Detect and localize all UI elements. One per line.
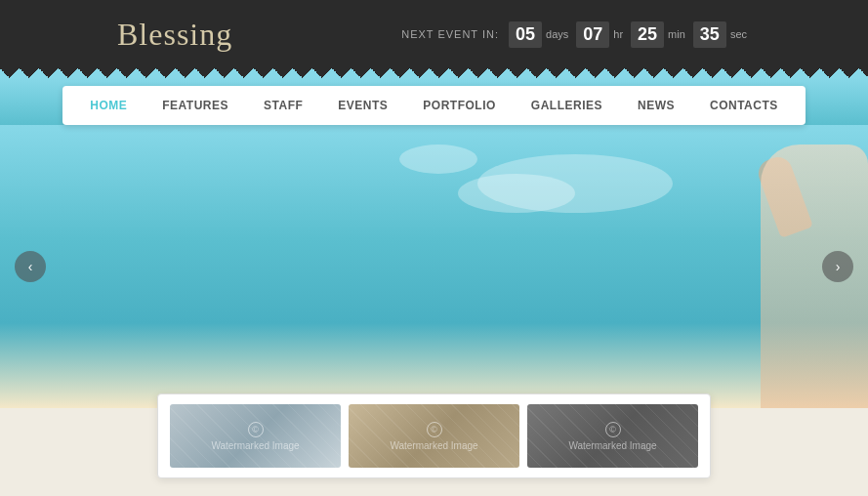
countdown-sec-unit: sec (730, 28, 747, 40)
header: Blessing NEXT EVENT IN: 05 days 07 hr 25… (0, 0, 868, 68)
countdown-days-unit: days (546, 28, 568, 40)
nav-item-galleries[interactable]: GALLERIES (514, 86, 620, 125)
nav-item-staff[interactable]: STAFF (246, 86, 320, 125)
watermark-circle-1: © (248, 422, 264, 437)
thumbnail-1[interactable]: © Watermarked Image (170, 404, 341, 468)
chevron-right-icon: › (836, 259, 841, 274)
countdown-sec-num: 35 (693, 21, 726, 48)
hero-slider: ‹ › (0, 125, 868, 408)
nav-item-contacts[interactable]: CONTACTS (692, 86, 796, 125)
thumbnails-container: © Watermarked Image © Watermarked Image … (157, 393, 711, 478)
cloud-3 (399, 145, 477, 174)
thumbnails-section: © Watermarked Image © Watermarked Image … (0, 408, 868, 496)
countdown-hr-num: 07 (576, 21, 609, 48)
cloud-2 (458, 174, 575, 213)
watermark-circle-2: © (427, 422, 442, 437)
nav-item-portfolio[interactable]: PORTFOLIO (405, 86, 514, 125)
nav-bar: HOME FEATURES STAFF EVENTS PORTFOLIO GAL… (62, 86, 806, 125)
watermark-circle-3: © (605, 422, 621, 437)
countdown-hr-unit: hr (613, 28, 623, 40)
site-title[interactable]: Blessing (117, 17, 232, 53)
countdown-label: NEXT EVENT IN: (401, 28, 499, 40)
nav-item-news[interactable]: NEWS (620, 86, 692, 125)
countdown-min-num: 25 (631, 21, 664, 48)
countdown-min-unit: min (668, 28, 685, 40)
nav-item-events[interactable]: EVENTS (320, 86, 405, 125)
countdown-days-num: 05 (509, 21, 542, 48)
nav-item-home[interactable]: HOME (72, 86, 145, 125)
nav-wrapper: HOME FEATURES STAFF EVENTS PORTFOLIO GAL… (0, 78, 868, 125)
thumbnail-2[interactable]: © Watermarked Image (349, 404, 519, 468)
watermark-2: © Watermarked Image (390, 422, 477, 451)
hero-person-body (761, 145, 868, 408)
slider-prev-button[interactable]: ‹ (15, 251, 46, 282)
nav-item-features[interactable]: FEATURES (145, 86, 246, 125)
thumbnail-3[interactable]: © Watermarked Image (527, 404, 698, 468)
watermark-1: © Watermarked Image (211, 422, 299, 451)
slider-next-button[interactable]: › (822, 251, 853, 282)
countdown: NEXT EVENT IN: 05 days 07 hr 25 min 35 s… (401, 21, 751, 48)
chevron-left-icon: ‹ (28, 259, 33, 274)
watermark-3: © Watermarked Image (568, 422, 656, 451)
